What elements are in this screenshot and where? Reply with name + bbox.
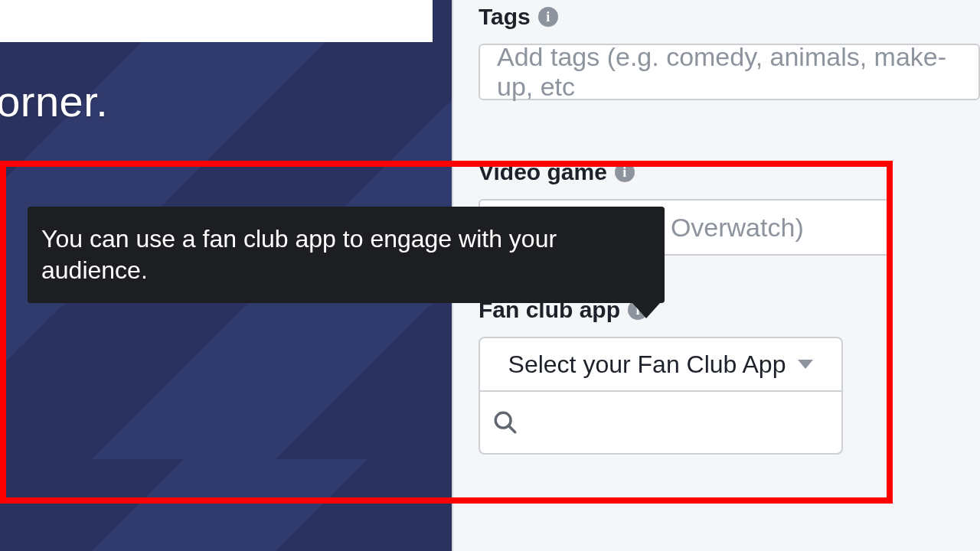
tags-label: Tags i <box>479 4 980 30</box>
search-icon <box>492 409 518 435</box>
chevron-down-icon <box>798 360 813 369</box>
info-icon[interactable]: i <box>615 162 635 182</box>
video-game-placeholder-fragment: . Overwatch) <box>656 213 804 243</box>
fan-club-dropdown-label: Select your Fan Club App <box>508 350 786 379</box>
preview-card-fragment <box>0 0 433 42</box>
video-game-label-text: Video game <box>479 159 607 185</box>
preview-caption-fragment: -right corner. <box>0 77 444 126</box>
tooltip-text: You can use a fan club app to engage wit… <box>41 225 557 284</box>
fan-club-field: Fan club app i Select your Fan Club App <box>479 297 861 455</box>
tags-field: Tags i Add tags (e.g. comedy, animals, m… <box>479 4 980 100</box>
fan-club-tooltip: You can use a fan club app to engage wit… <box>28 207 665 303</box>
fan-club-search-input[interactable] <box>532 408 811 438</box>
svg-line-1 <box>508 425 515 432</box>
fan-club-dropdown[interactable]: Select your Fan Club App <box>479 337 843 392</box>
tags-placeholder: Add tags (e.g. comedy, animals, make-up,… <box>497 42 962 102</box>
fan-club-search-row <box>479 392 843 455</box>
video-game-label: Video game i <box>479 159 980 185</box>
tags-input[interactable]: Add tags (e.g. comedy, animals, make-up,… <box>479 44 980 100</box>
tags-label-text: Tags <box>479 4 531 30</box>
info-icon[interactable]: i <box>538 7 558 27</box>
